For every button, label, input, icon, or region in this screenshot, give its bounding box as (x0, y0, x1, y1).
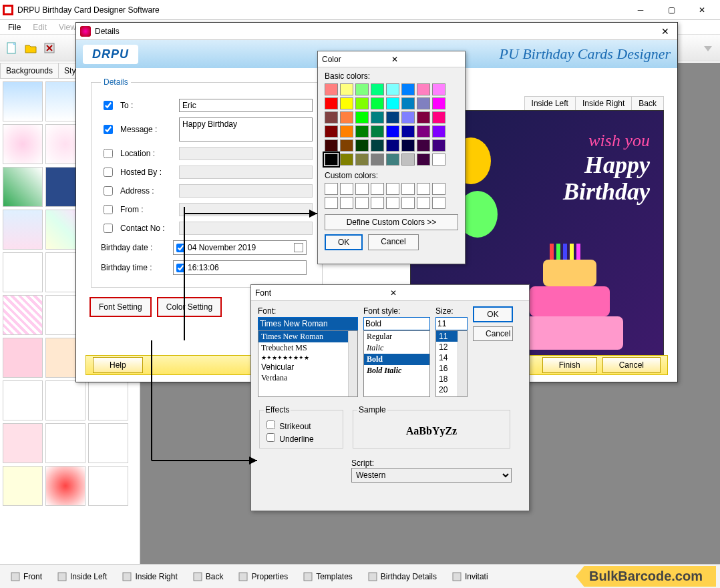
bg-thumb[interactable] (3, 252, 43, 292)
custom-color-swatch[interactable] (325, 197, 338, 209)
calendar-icon[interactable] (294, 243, 303, 252)
custom-color-swatch[interactable] (340, 183, 353, 195)
color-swatch[interactable] (386, 125, 399, 137)
bg-thumb[interactable] (45, 423, 85, 463)
font-option[interactable]: Verdana (258, 372, 357, 384)
bg-thumb[interactable] (88, 380, 128, 420)
custom-color-swatch[interactable] (417, 197, 430, 209)
bg-thumb[interactable] (3, 338, 43, 378)
color-swatch[interactable] (417, 111, 430, 123)
color-swatch[interactable] (325, 97, 338, 109)
color-swatch[interactable] (325, 111, 338, 123)
color-setting-button[interactable]: Color Setting (157, 297, 222, 317)
script-select[interactable]: Western (351, 468, 512, 483)
font-titlebar[interactable]: Font ✕ (251, 285, 529, 301)
color-swatch[interactable] (371, 83, 384, 95)
date-picker[interactable]: 04 November 2019 (173, 240, 307, 255)
menu-edit[interactable]: Edit (27, 21, 52, 33)
color-swatch[interactable] (386, 154, 399, 166)
delete-icon[interactable] (41, 40, 57, 56)
color-swatch[interactable] (401, 111, 415, 123)
color-swatch[interactable] (401, 154, 415, 166)
address-checkbox[interactable] (104, 186, 113, 196)
bg-thumb[interactable] (88, 423, 128, 463)
bg-thumb[interactable] (3, 423, 43, 463)
color-swatch[interactable] (340, 83, 353, 95)
color-swatch[interactable] (325, 125, 338, 137)
bb-properties[interactable]: Properties (232, 568, 294, 585)
bg-thumb[interactable] (45, 380, 85, 420)
style-list[interactable]: Regular Italic Bold Bold Italic (363, 330, 430, 397)
close-button[interactable]: ✕ (687, 0, 717, 20)
contact-checkbox[interactable] (104, 224, 113, 233)
date-checkbox[interactable] (176, 244, 185, 252)
color-swatch[interactable] (355, 154, 369, 166)
color-swatch[interactable] (401, 125, 415, 137)
color-swatch[interactable] (432, 97, 445, 109)
bg-thumb[interactable] (3, 380, 43, 420)
color-swatch[interactable] (432, 139, 445, 152)
bb-back[interactable]: Back (186, 568, 230, 585)
arrow-down-icon[interactable] (700, 40, 716, 56)
help-button[interactable]: Help (93, 357, 143, 373)
color-swatch[interactable] (355, 97, 369, 109)
color-swatch[interactable] (371, 139, 384, 152)
color-swatch[interactable] (417, 139, 430, 152)
color-swatch[interactable] (371, 154, 384, 166)
color-swatch[interactable] (340, 97, 353, 109)
style-option[interactable]: Regular (364, 331, 429, 342)
style-option[interactable]: Italic (364, 342, 429, 354)
cancel-button[interactable]: Cancel (602, 357, 661, 373)
strikeout-checkbox[interactable] (266, 420, 275, 429)
color-swatch[interactable] (386, 111, 399, 123)
style-input[interactable] (363, 317, 430, 330)
font-cancel-button[interactable]: Cancel (473, 326, 513, 341)
custom-color-swatch[interactable] (417, 183, 430, 195)
color-swatch[interactable] (386, 139, 399, 152)
color-swatch[interactable] (401, 97, 415, 109)
custom-color-swatch[interactable] (371, 197, 384, 209)
bg-thumb[interactable] (3, 167, 43, 207)
minimize-button[interactable]: ─ (625, 0, 656, 20)
message-input[interactable]: Happy Birthday (179, 117, 313, 141)
color-swatch[interactable] (355, 111, 369, 123)
color-cancel-button[interactable]: Cancel (368, 234, 418, 250)
scrollbar[interactable] (458, 331, 467, 396)
color-swatch[interactable] (340, 111, 353, 123)
custom-color-swatch[interactable] (355, 197, 369, 209)
tab-backgrounds[interactable]: Backgrounds (0, 63, 59, 78)
bb-front[interactable]: Front (4, 568, 48, 585)
color-swatch[interactable] (386, 83, 399, 95)
bg-thumb[interactable] (3, 81, 43, 121)
color-swatch[interactable] (432, 83, 445, 95)
new-file-icon[interactable] (4, 40, 20, 56)
custom-color-swatch[interactable] (325, 183, 338, 195)
color-swatch[interactable] (371, 125, 384, 137)
details-close-icon[interactable]: ✕ (657, 26, 673, 37)
font-list[interactable]: Times New Roman Trebuchet MS ★✦★✦★✦★✦★ V… (258, 330, 358, 397)
color-swatch[interactable] (325, 83, 338, 95)
message-checkbox[interactable] (104, 125, 113, 134)
color-swatch[interactable] (340, 125, 353, 137)
menu-file[interactable]: File (3, 21, 26, 33)
bg-thumb[interactable] (3, 124, 43, 164)
custom-color-swatch[interactable] (401, 183, 415, 195)
finish-button[interactable]: Finish (542, 357, 597, 373)
bb-inside-left[interactable]: Inside Left (51, 568, 113, 585)
font-setting-button[interactable]: Font Setting (89, 297, 152, 317)
custom-color-swatch[interactable] (386, 197, 399, 209)
bg-thumb[interactable] (3, 466, 43, 506)
color-swatch[interactable] (401, 139, 415, 152)
color-close-icon[interactable]: ✕ (391, 55, 461, 64)
color-ok-button[interactable]: OK (325, 234, 363, 250)
color-swatch[interactable] (432, 111, 445, 123)
hostedby-checkbox[interactable] (104, 168, 113, 177)
bg-thumb[interactable] (45, 466, 85, 506)
custom-color-swatch[interactable] (432, 183, 445, 195)
custom-color-swatch[interactable] (355, 183, 369, 195)
size-input[interactable] (435, 317, 468, 330)
color-swatch[interactable] (371, 111, 384, 123)
color-swatch[interactable] (386, 97, 399, 109)
style-option[interactable]: Bold (364, 354, 429, 365)
color-swatch[interactable] (371, 97, 384, 109)
